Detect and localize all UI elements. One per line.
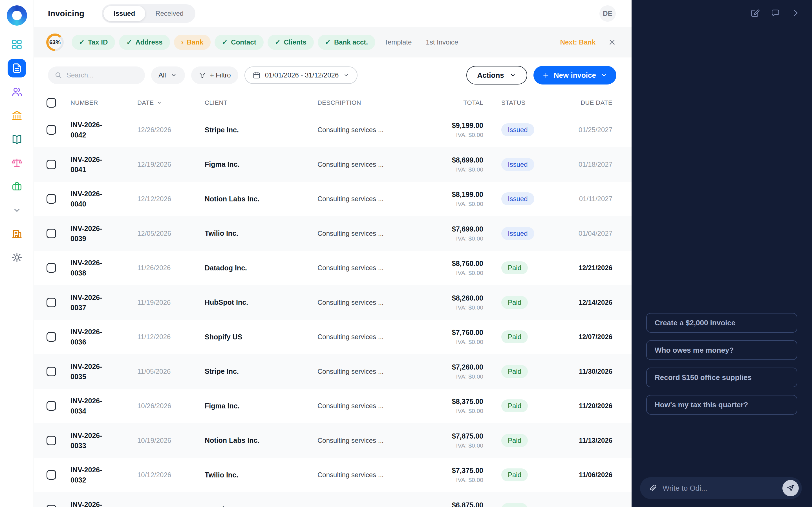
sidebar-item-clients[interactable] [8, 82, 26, 101]
invoice-due-date: 10/30/2026 [569, 506, 612, 507]
status-badge: Paid [501, 330, 528, 343]
sidebar-item-bank[interactable] [8, 106, 26, 125]
onboarding-step-tax-id[interactable]: ✓Tax ID [71, 35, 115, 50]
column-header-description[interactable]: DESCRIPTION [317, 99, 423, 107]
check-icon: ✓ [126, 39, 132, 46]
filter-all-dropdown[interactable]: All [151, 66, 185, 84]
column-header-due-date[interactable]: DUE DATE [569, 99, 612, 107]
total-amount: $6,875.00 [423, 501, 483, 507]
paperclip-icon[interactable] [647, 483, 658, 493]
search-input[interactable] [66, 71, 139, 79]
row-checkbox[interactable] [47, 401, 56, 411]
table-row[interactable]: INV-2026-003110/05/2026Datadog Inc.Consu… [34, 492, 631, 507]
collapse-panel-button[interactable] [791, 8, 801, 18]
sidebar-item-more[interactable] [8, 201, 26, 219]
actions-dropdown[interactable]: Actions [466, 66, 527, 84]
tab-received[interactable]: Received [145, 6, 194, 21]
row-checkbox[interactable] [47, 332, 56, 342]
suggestion-chip[interactable]: How's my tax this quarter? [646, 395, 797, 414]
column-header-date[interactable]: DATE [137, 99, 205, 107]
row-checkbox[interactable] [47, 367, 56, 376]
total-amount: $7,260.00 [423, 363, 483, 371]
actions-label: Actions [477, 71, 504, 80]
invoice-number: INV-2026-0034 [70, 396, 116, 416]
table-header: NUMBER DATE CLIENT DESCRIPTION TOTAL STA… [34, 93, 631, 113]
onboarding-step-template[interactable]: Template [379, 35, 417, 50]
row-checkbox[interactable] [47, 194, 56, 204]
invoice-description: Consulting services ... [317, 298, 423, 306]
column-header-total[interactable]: TOTAL [423, 99, 483, 107]
onboarding-step-1st-invoice[interactable]: 1st Invoice [421, 35, 463, 50]
chevron-down-icon [343, 72, 350, 78]
assistant-panel: Create a $2,000 invoiceWho owes me money… [631, 0, 812, 507]
suggestion-chip[interactable]: Record $150 office supplies [646, 368, 797, 387]
sidebar [0, 0, 34, 507]
invoice-date: 12/19/2026 [137, 161, 205, 168]
column-header-status[interactable]: STATUS [483, 99, 569, 107]
invoice-total: $8,699.00IVA: $0.00 [423, 156, 483, 173]
step-label: Bank [187, 38, 204, 46]
status-badge: Paid [501, 468, 528, 482]
sidebar-item-settings[interactable] [8, 248, 26, 267]
date-range-picker[interactable]: 01/01/2026 - 31/12/2026 [245, 66, 358, 84]
invoice-date: 12/26/2026 [137, 126, 205, 134]
invoice-total: $7,875.00IVA: $0.00 [423, 432, 483, 449]
sidebar-item-invoices[interactable] [8, 59, 26, 77]
onboarding-step-clients[interactable]: ✓Clients [267, 35, 314, 50]
invoice-description: Consulting services ... [317, 506, 423, 507]
table-row[interactable]: INV-2026-003611/12/2026Shopify USConsult… [34, 320, 631, 354]
sidebar-item-dashboard[interactable] [8, 35, 26, 54]
onboarding-step-address[interactable]: ✓Address [119, 35, 170, 50]
column-header-number[interactable]: NUMBER [70, 99, 137, 107]
onboarding-close-button[interactable] [608, 38, 616, 47]
table-row[interactable]: INV-2026-004112/19/2026Figma Inc.Consult… [34, 147, 631, 182]
total-iva: IVA: $0.00 [423, 304, 483, 311]
onboarding-next-link[interactable]: Next: Bank [560, 38, 596, 46]
table-row[interactable]: INV-2026-004212/26/2026Stripe Inc.Consul… [34, 113, 631, 147]
table-row[interactable]: INV-2026-003410/26/2026Figma Inc.Consult… [34, 389, 631, 424]
total-amount: $8,699.00 [423, 156, 483, 164]
invoice-date: 10/12/2026 [137, 471, 205, 479]
table-row[interactable]: INV-2026-003210/12/2026Twilio Inc.Consul… [34, 458, 631, 492]
status-badge: Issued [501, 123, 534, 136]
table-row[interactable]: INV-2026-003711/19/2026HubSpot Inc.Consu… [34, 285, 631, 320]
compose-button[interactable] [750, 8, 760, 18]
suggestion-chip[interactable]: Create a $2,000 invoice [646, 313, 797, 333]
row-checkbox[interactable] [47, 125, 56, 135]
sidebar-item-business[interactable] [8, 177, 26, 196]
gear-icon [11, 251, 23, 264]
sidebar-item-ledger[interactable] [8, 130, 26, 149]
row-checkbox[interactable] [47, 298, 56, 307]
invoice-due-date: 01/11/2027 [569, 195, 612, 203]
assistant-input[interactable] [663, 484, 777, 493]
send-button[interactable] [782, 480, 799, 496]
onboarding-step-contact[interactable]: ✓Contact [214, 35, 263, 50]
row-checkbox[interactable] [47, 229, 56, 238]
table-row[interactable]: INV-2026-003912/05/2026Twilio Inc.Consul… [34, 216, 631, 251]
row-checkbox[interactable] [47, 160, 56, 169]
tab-issued[interactable]: Issued [103, 6, 145, 21]
search-box[interactable] [48, 66, 145, 84]
table-row[interactable]: INV-2026-003811/26/2026Datadog Inc.Consu… [34, 251, 631, 285]
avatar[interactable]: DE [599, 5, 616, 22]
row-checkbox[interactable] [47, 263, 56, 273]
row-checkbox[interactable] [47, 470, 56, 480]
people-icon [11, 86, 23, 98]
plus-icon [542, 71, 550, 79]
invoice-client: Figma Inc. [205, 402, 317, 410]
table-row[interactable]: INV-2026-003511/05/2026Stripe Inc.Consul… [34, 354, 631, 389]
row-checkbox[interactable] [47, 505, 56, 507]
column-header-client[interactable]: CLIENT [205, 99, 317, 107]
row-checkbox[interactable] [47, 436, 56, 445]
select-all-checkbox[interactable] [47, 98, 56, 108]
onboarding-step-bank[interactable]: ›Bank [174, 35, 211, 50]
chat-button[interactable] [770, 8, 780, 18]
filter-button[interactable]: + Filtro [191, 66, 238, 84]
onboarding-step-bank-acct-[interactable]: ✓Bank acct. [318, 35, 375, 50]
sidebar-item-company[interactable] [8, 224, 26, 243]
table-row[interactable]: INV-2026-004012/12/2026Notion Labs Inc.C… [34, 182, 631, 216]
sidebar-item-taxes[interactable] [8, 154, 26, 172]
table-row[interactable]: INV-2026-003310/19/2026Notion Labs Inc.C… [34, 424, 631, 458]
new-invoice-button[interactable]: New invoice [534, 66, 616, 84]
suggestion-chip[interactable]: Who owes me money? [646, 340, 797, 360]
